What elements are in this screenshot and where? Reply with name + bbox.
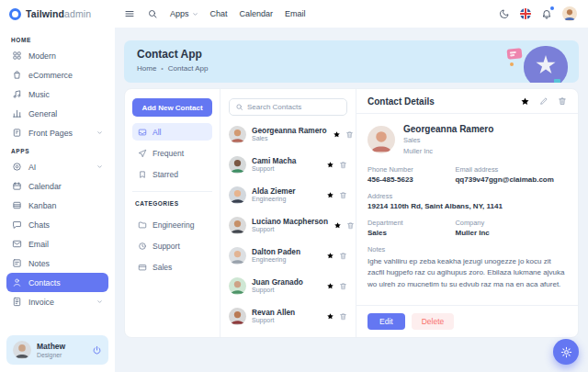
filter-all[interactable]: All <box>132 123 212 141</box>
notes-text: Ighe vahliiru ep zeba keakha jezugi unog… <box>368 256 567 290</box>
category-engineering[interactable]: Engineering <box>132 216 212 233</box>
grid-icon <box>12 51 22 61</box>
trash-icon[interactable] <box>345 130 354 139</box>
sidebar-item-contacts[interactable]: Contacts <box>6 273 108 292</box>
trash-icon[interactable] <box>339 282 347 290</box>
star-icon[interactable] <box>326 191 334 199</box>
sidebar-item-modern[interactable]: Modern <box>6 46 108 65</box>
details-footer: Edit Delete <box>356 305 578 337</box>
contact-row[interactable]: Cami MachaSupport <box>229 150 347 180</box>
filter-frequent[interactable]: Frequent <box>132 144 212 162</box>
sidebar-item-email[interactable]: Email <box>6 234 108 254</box>
breadcrumb-home[interactable]: Home <box>137 64 156 73</box>
add-new-contact-button[interactable]: Add New Contact <box>132 98 212 117</box>
category-sales[interactable]: Sales <box>132 258 212 276</box>
page-title: Contact App <box>137 48 566 61</box>
sidebar-item-front-pages[interactable]: Front Pages <box>6 123 108 142</box>
filter-starred[interactable]: Starred <box>132 165 212 183</box>
nav-email[interactable]: Email <box>285 9 306 18</box>
contact-avatar <box>229 277 246 295</box>
sidebar-item-chats[interactable]: Chats <box>6 215 108 234</box>
contact-name: Revan Allen <box>252 308 295 317</box>
search-icon[interactable] <box>147 8 158 19</box>
settings-fab-button[interactable] <box>553 339 579 365</box>
contact-avatar <box>229 186 246 204</box>
sidebar-item-general[interactable]: General <box>6 104 108 123</box>
details-header: Contact Details <box>356 89 578 114</box>
contact-row[interactable]: Luciano MacphersonSupport <box>229 210 347 241</box>
contact-row[interactable]: Revan AllenSupport <box>229 301 347 332</box>
user-icon <box>12 277 22 287</box>
nav-calendar[interactable]: Calendar <box>240 9 274 18</box>
notification-dot <box>550 6 554 10</box>
field-notes: Notes Ighe vahliiru ep zeba keakha jezug… <box>368 245 567 290</box>
chevron-down-icon <box>96 299 103 305</box>
user-name: Mathew <box>37 342 65 351</box>
bookmark-icon <box>138 170 147 179</box>
delete-button[interactable]: Delete <box>412 313 455 330</box>
bar-chart-icon <box>12 108 22 118</box>
field-phone: Phone Number 456-485-5623 <box>368 165 455 184</box>
banner-illustration <box>507 43 568 83</box>
music-note-icon <box>12 89 22 99</box>
star-icon[interactable] <box>520 96 530 107</box>
contact-name: Georgeanna Ramero <box>252 126 327 135</box>
search-contacts-input[interactable] <box>247 103 341 111</box>
pink-card-shape <box>506 48 522 60</box>
star-icon[interactable] <box>326 252 334 260</box>
sidebar-item-music[interactable]: Music <box>6 85 108 104</box>
trash-icon[interactable] <box>339 312 347 321</box>
menu-icon[interactable] <box>124 8 135 19</box>
contact-rows: Georgeanna RameroSales Cami MachaSupport… <box>229 119 347 332</box>
trash-icon[interactable] <box>558 96 567 106</box>
edit-button[interactable]: Edit <box>368 313 405 330</box>
contact-row[interactable]: Alda ZiemerEngineering <box>229 180 347 210</box>
chevron-down-icon <box>96 130 103 136</box>
header-avatar[interactable] <box>562 6 577 21</box>
trash-icon[interactable] <box>346 221 355 230</box>
sidebar-item-calendar[interactable]: Calendar <box>6 176 108 196</box>
divider <box>132 191 212 192</box>
contact-name: Luciano Macpherson <box>252 217 328 226</box>
moon-icon[interactable] <box>499 8 510 19</box>
notes-icon <box>12 258 22 268</box>
brand-logo[interactable]: Tailwindadmin <box>0 8 115 20</box>
logout-power-icon[interactable] <box>92 345 102 355</box>
star-icon[interactable] <box>333 130 341 139</box>
field-company: Company Muller Inc <box>455 219 567 237</box>
star-icon[interactable] <box>326 161 334 169</box>
sidebar-item-ai[interactable]: AI <box>6 157 108 176</box>
trash-icon[interactable] <box>339 191 347 199</box>
category-support[interactable]: Support <box>132 237 212 254</box>
invoice-icon <box>12 297 22 307</box>
uk-flag-icon[interactable] <box>520 8 531 19</box>
field-address: Address 19214 110th Rd, Saint Albans, NY… <box>368 192 567 210</box>
contact-row[interactable]: Juan GranadoSupport <box>229 271 347 301</box>
sidebar-item-notes[interactable]: Notes <box>6 254 108 273</box>
clock-icon <box>138 242 147 251</box>
sidebar-item-kanban[interactable]: Kanban <box>6 196 108 215</box>
contact-name: Juan Granado <box>252 277 303 287</box>
star-icon[interactable] <box>326 282 334 290</box>
sidebar-item-invoice[interactable]: Invoice <box>6 292 108 311</box>
contact-row[interactable]: Georgeanna RameroSales <box>229 119 347 150</box>
contact-row[interactable]: Dalton PadenEngineering <box>229 241 347 271</box>
contact-name: Cami Macha <box>252 156 296 165</box>
trash-icon[interactable] <box>339 161 347 169</box>
edit-pencil-icon[interactable] <box>539 96 548 106</box>
sidebar: HOME Modern eCommerce Music General Fron… <box>0 28 115 372</box>
contact-department: Support <box>252 317 295 325</box>
categories-label: CATEGORIES <box>135 200 212 207</box>
nav-apps[interactable]: Apps <box>170 9 198 18</box>
trash-icon[interactable] <box>339 252 347 260</box>
contact-name: Dalton Paden <box>252 247 300 256</box>
bell-icon[interactable] <box>541 8 552 19</box>
star-icon[interactable] <box>326 312 334 321</box>
contact-department: Support <box>252 226 328 234</box>
nav-chat[interactable]: Chat <box>210 9 228 18</box>
logo-icon <box>9 8 21 20</box>
sidebar-user-card: Mathew Designer <box>6 335 108 365</box>
sidebar-item-ecommerce[interactable]: eCommerce <box>6 65 108 85</box>
star-icon[interactable] <box>334 221 342 230</box>
send-icon <box>138 149 147 158</box>
